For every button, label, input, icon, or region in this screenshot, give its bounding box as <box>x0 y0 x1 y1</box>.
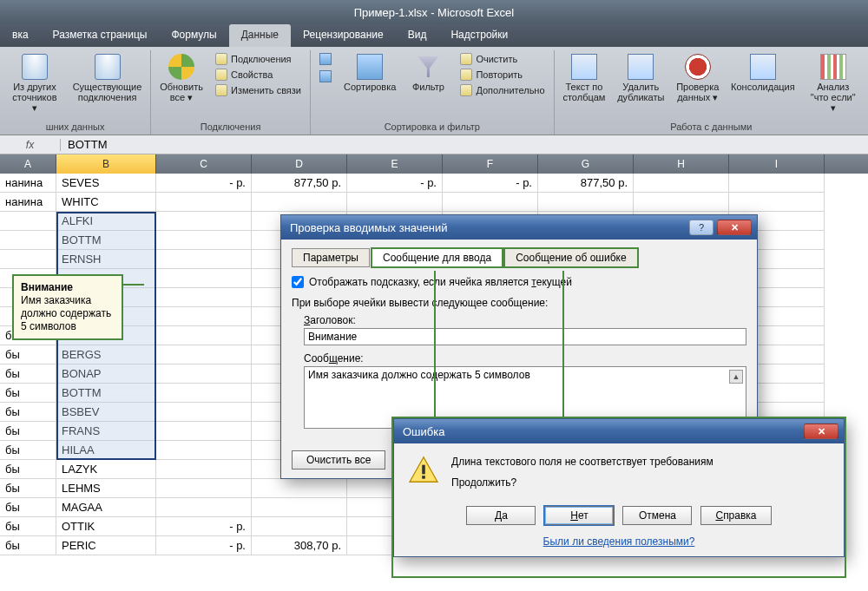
tab-view[interactable]: Вид <box>396 24 439 47</box>
advanced-filter-button[interactable]: Дополнительно <box>457 83 548 97</box>
cell[interactable]: - p. <box>156 174 252 193</box>
cell[interactable]: 308,70 p. <box>252 536 347 555</box>
remove-duplicates-button[interactable]: Удалитьдубликаты <box>614 52 667 104</box>
sort-desc-button[interactable] <box>316 69 335 83</box>
cell[interactable]: нанина <box>0 193 56 212</box>
cell[interactable]: 877,50 p. <box>538 174 634 193</box>
cell[interactable] <box>443 193 538 212</box>
cell[interactable]: BOTTM <box>56 384 156 403</box>
cell[interactable] <box>0 231 56 250</box>
cell[interactable] <box>156 288 252 307</box>
col-header-g[interactable]: G <box>538 154 634 174</box>
cell[interactable] <box>634 193 729 212</box>
cell[interactable] <box>156 250 252 269</box>
cell[interactable]: - p. <box>443 174 538 193</box>
cell[interactable] <box>156 212 252 231</box>
cell[interactable] <box>156 498 252 517</box>
cell[interactable] <box>729 174 825 193</box>
cell[interactable]: - p. <box>156 517 252 536</box>
col-header-c[interactable]: C <box>156 154 252 174</box>
cell[interactable] <box>347 193 443 212</box>
tab-formulas[interactable]: Формулы <box>159 24 228 47</box>
filter-button[interactable]: Фильтр <box>404 52 451 94</box>
cell[interactable]: бы <box>0 384 56 403</box>
cell[interactable] <box>156 231 252 250</box>
consolidate-button[interactable]: Консолидация <box>727 52 798 94</box>
error-close-button[interactable]: ✕ <box>804 424 838 439</box>
dialog-help-button[interactable]: ? <box>689 220 713 235</box>
fx-icon[interactable]: fx <box>0 139 61 151</box>
cell[interactable] <box>156 326 252 345</box>
cell[interactable]: WHITC <box>56 193 156 212</box>
cell[interactable]: бы <box>0 517 56 536</box>
clear-filter-button[interactable]: Очистить <box>457 52 548 66</box>
cell[interactable]: бы <box>0 403 56 422</box>
cell[interactable] <box>252 517 347 536</box>
edit-links-button[interactable]: Изменить связи <box>212 83 305 97</box>
col-header-i[interactable]: I <box>729 154 825 174</box>
cell[interactable] <box>538 193 634 212</box>
col-header-a[interactable]: A <box>0 154 56 174</box>
col-header-b[interactable]: B <box>56 154 156 174</box>
cell[interactable]: ERNSH <box>56 250 156 269</box>
formula-input[interactable]: BOTTM <box>61 138 868 151</box>
no-button[interactable]: Нет <box>544 506 614 525</box>
cell[interactable]: BOTTM <box>56 231 156 250</box>
cancel-button[interactable]: Отмена <box>622 506 692 525</box>
connections-button[interactable]: Подключения <box>212 52 305 66</box>
tab-addins[interactable]: Надстройки <box>438 24 520 47</box>
cell[interactable] <box>156 384 252 403</box>
cell[interactable]: BONAP <box>56 364 156 384</box>
tab-error-alert[interactable]: Сообщение об ошибке <box>504 248 637 267</box>
cell[interactable] <box>0 212 56 231</box>
cell[interactable] <box>156 345 252 364</box>
cell[interactable] <box>156 460 252 479</box>
sort-button[interactable]: Сортировка <box>340 52 399 94</box>
cell[interactable]: PERIC <box>56 536 156 555</box>
table-row[interactable]: нанинаSEVES- p.877,50 p.- p.- p.877,50 p… <box>0 174 868 193</box>
help-button[interactable]: Справка <box>700 506 771 525</box>
cell[interactable]: - p. <box>347 174 443 193</box>
cell[interactable] <box>156 193 252 212</box>
cell[interactable] <box>0 250 56 269</box>
cell[interactable]: бы <box>0 364 56 384</box>
col-header-h[interactable]: H <box>634 154 729 174</box>
feedback-link[interactable]: Были ли сведения полезными? <box>543 535 695 548</box>
tab-parameters[interactable]: Параметры <box>292 248 370 267</box>
cell[interactable]: бы <box>0 345 56 364</box>
tab-data[interactable]: Данные <box>229 24 291 47</box>
cell[interactable]: HILAA <box>56 441 156 460</box>
cell[interactable] <box>252 479 347 498</box>
cell[interactable]: бы <box>0 498 56 517</box>
cell[interactable]: бы <box>0 479 56 498</box>
col-header-d[interactable]: D <box>252 154 347 174</box>
scroll-up-button[interactable]: ▲ <box>729 370 743 384</box>
cell[interactable]: LEHMS <box>56 479 156 498</box>
cell[interactable] <box>156 307 252 326</box>
cell[interactable]: бы <box>0 536 56 555</box>
cell[interactable]: FRANS <box>56 422 156 441</box>
cell[interactable] <box>252 193 347 212</box>
error-dialog-titlebar[interactable]: Ошибка ✕ <box>394 419 844 443</box>
tab-review[interactable]: Рецензирование <box>291 24 396 47</box>
cell[interactable]: 877,50 p. <box>252 174 347 193</box>
cell[interactable] <box>252 498 347 517</box>
cell[interactable] <box>156 479 252 498</box>
clear-all-button[interactable]: Очистить все <box>292 450 385 470</box>
show-tooltip-checkbox[interactable] <box>292 276 304 288</box>
cell[interactable] <box>156 441 252 460</box>
sort-asc-button[interactable] <box>316 52 335 66</box>
title-input[interactable] <box>304 328 746 345</box>
cell[interactable]: - p. <box>156 536 252 555</box>
from-other-sources-button[interactable]: Из другихсточников ▾ <box>5 52 64 115</box>
col-header-f[interactable]: F <box>443 154 538 174</box>
properties-button[interactable]: Свойства <box>212 68 305 82</box>
cell[interactable] <box>156 422 252 441</box>
cell[interactable]: BSBEV <box>56 403 156 422</box>
data-validation-button[interactable]: Проверкаданных ▾ <box>673 52 722 104</box>
text-to-columns-button[interactable]: Текст постолбцам <box>560 52 609 104</box>
cell[interactable]: MAGAA <box>56 498 156 517</box>
cell[interactable] <box>156 269 252 288</box>
cell[interactable]: бы <box>0 460 56 479</box>
dialog-close-button[interactable]: ✕ <box>717 220 752 235</box>
